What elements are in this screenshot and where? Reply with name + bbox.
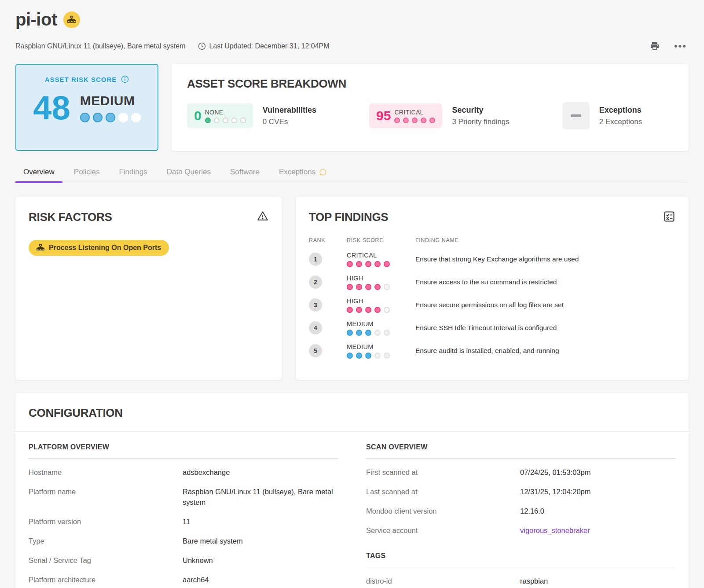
config-row: Service accountvigorous_stonebraker: [366, 521, 675, 540]
finding-row[interactable]: 5MEDIUMEnsure auditd is installed, enabl…: [309, 339, 675, 362]
security-sublabel: 3 Priority findings: [452, 118, 509, 126]
tab-label: Data Queries: [167, 168, 211, 176]
tab-bar: OverviewPoliciesFindingsData QueriesSoft…: [15, 163, 689, 183]
score-dot: [231, 118, 237, 123]
score-dot: [347, 330, 353, 336]
finding-name: Ensure access to the su command is restr…: [415, 278, 675, 286]
severity-label: CRITICAL: [347, 252, 415, 259]
vulnerabilities-dots: [205, 118, 246, 123]
risk-level-label: MEDIUM: [80, 93, 141, 108]
rank-badge: 3: [309, 298, 322, 312]
config-value: 12.16.0: [520, 506, 672, 517]
score-dot: [356, 284, 362, 290]
config-label: Service account: [366, 526, 520, 536]
rank-badge: 1: [309, 253, 322, 266]
config-label: Platform version: [29, 517, 183, 527]
score-dot: [347, 261, 353, 267]
config-row: TypeBare metal system: [29, 532, 338, 551]
exceptions-label: Exceptions: [599, 106, 642, 115]
tabs-divider: [15, 183, 689, 183]
severity-label: MEDIUM: [347, 320, 415, 327]
finding-row[interactable]: 1CRITICALEnsure that strong Key Exchange…: [309, 248, 675, 271]
vulnerabilities-score-value: 0: [194, 109, 202, 122]
security-score-level: CRITICAL: [394, 109, 435, 116]
config-label: Mondoo client version: [366, 506, 520, 517]
rank-badge: 5: [309, 344, 322, 357]
config-value: Raspbian GNU/Linux 11 (bullseye), Bare m…: [183, 487, 334, 508]
severity-dots: [347, 261, 415, 267]
score-dot: [347, 307, 353, 313]
severity-label: MEDIUM: [347, 343, 415, 350]
config-row: Platform nameRaspbian GNU/Linux 11 (bull…: [29, 482, 338, 512]
config-label: Platform name: [29, 487, 183, 508]
severity-label: HIGH: [347, 298, 415, 305]
score-dot: [106, 113, 115, 122]
tab-findings[interactable]: Findings: [111, 163, 155, 183]
speech-bubble-icon: [319, 168, 328, 176]
sitemap-icon: [37, 244, 44, 252]
sitemap-icon: [67, 15, 76, 24]
score-dot: [205, 118, 211, 123]
tab-overview[interactable]: Overview: [15, 163, 62, 183]
score-dot: [356, 261, 362, 267]
finding-name: Ensure auditd is installed, enabled, and…: [415, 347, 675, 355]
tab-label: Findings: [119, 168, 147, 176]
tab-policies[interactable]: Policies: [66, 163, 108, 183]
score-dot: [421, 118, 426, 123]
print-button[interactable]: [648, 39, 662, 53]
config-label: Last scanned at: [366, 487, 520, 497]
config-value: 07/24/25, 01:53:03pm: [520, 467, 672, 478]
risk-factor-chip[interactable]: Process Listening On Open Ports: [29, 240, 169, 256]
config-row: Serial / Service TagUnknown: [29, 551, 338, 570]
finding-row[interactable]: 2HIGHEnsure access to the su command is …: [309, 271, 675, 294]
config-row: distro-idraspbian: [366, 572, 675, 588]
config-row: Hostnameadsbexchange: [29, 463, 338, 482]
vulnerabilities-score-level: NONE: [205, 109, 246, 116]
config-value: vigorous_stonebraker: [520, 526, 672, 536]
score-dot: [214, 118, 220, 123]
risk-factors-title: RISK FACTORS: [29, 210, 112, 224]
score-dot: [403, 118, 409, 123]
col-rank: RANK: [309, 237, 347, 243]
asset-score-breakdown-card: ASSET SCORE BREAKDOWN 0 NONE Vulnerabili…: [172, 64, 689, 151]
finding-row[interactable]: 4MEDIUMEnsure SSH Idle Timeout Interval …: [309, 316, 675, 339]
tab-software[interactable]: Software: [222, 163, 268, 183]
tab-exceptions[interactable]: Exceptions: [271, 163, 336, 183]
severity-dots: [347, 284, 415, 290]
asset-avatar: [63, 11, 80, 28]
config-label: First scanned at: [366, 467, 520, 478]
security-dots: [394, 118, 435, 123]
severity-dots: [347, 330, 415, 336]
last-updated-text: Last Updated: December 31, 12:04PM: [209, 42, 330, 50]
more-actions-button[interactable]: •••: [672, 42, 689, 50]
score-dot: [384, 261, 390, 267]
warning-triangle-icon: [257, 210, 268, 222]
config-value: Unknown: [183, 555, 334, 566]
score-dot: [131, 113, 141, 122]
security-score-badge: 95 CRITICAL: [369, 103, 442, 128]
config-value: 12/31/25, 12:04:20pm: [520, 487, 672, 497]
tab-label: Software: [230, 168, 260, 176]
service-account-link[interactable]: vigorous_stonebraker: [520, 526, 590, 534]
score-dot: [394, 118, 400, 123]
tab-label: Policies: [74, 168, 100, 176]
finding-row[interactable]: 3HIGHEnsure secure permissions on all lo…: [309, 294, 675, 316]
page-title: pi-iot: [15, 10, 57, 29]
col-risk-score: RISK SCORE: [347, 237, 415, 243]
tags-title: TAGS: [366, 552, 675, 567]
exceptions-sublabel: 2 Exceptions: [599, 118, 642, 126]
score-dot: [365, 284, 371, 290]
tab-data-queries[interactable]: Data Queries: [159, 163, 219, 183]
config-value: aarch64: [183, 575, 334, 585]
score-dot: [223, 118, 228, 123]
score-dot: [384, 330, 390, 336]
finding-name: Ensure that strong Key Exchange algorith…: [415, 255, 675, 263]
score-dot: [374, 307, 381, 313]
info-icon[interactable]: [121, 75, 129, 83]
score-dot: [365, 261, 371, 267]
score-dot: [412, 118, 418, 123]
config-label: Serial / Service Tag: [29, 555, 183, 566]
configuration-card: CONFIGURATION PLATFORM OVERVIEW Hostname…: [15, 393, 689, 588]
score-dot: [384, 284, 390, 290]
platform-overview-title: PLATFORM OVERVIEW: [29, 443, 338, 458]
